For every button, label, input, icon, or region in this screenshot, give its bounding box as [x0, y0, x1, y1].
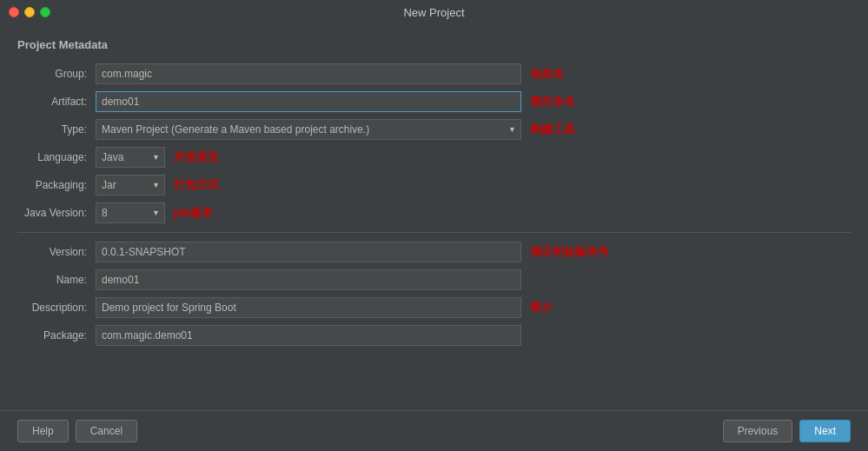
group-input[interactable] [96, 63, 521, 84]
group-annotation: 包命名 [530, 66, 564, 82]
content-area: Project Metadata Group: 包命名 Artifact: 项目… [0, 24, 868, 410]
package-label: Package: [17, 329, 96, 342]
description-annotation: 简介 [530, 300, 553, 315]
artifact-annotation: 项目命名 [530, 94, 575, 109]
section-title: Project Metadata [17, 38, 851, 51]
java-version-row: Java Version: 8 11 17 ▼ jdk版本 [17, 202, 851, 223]
java-version-label: Java Version: [17, 207, 96, 219]
dialog: Project Metadata Group: 包命名 Artifact: 项目… [0, 24, 868, 451]
type-annotation: 构建工具 [530, 122, 575, 137]
footer-right: Previous Next [723, 420, 851, 442]
footer-left: Help Cancel [17, 420, 137, 442]
artifact-label: Artifact: [17, 96, 96, 108]
package-input[interactable] [96, 325, 521, 346]
language-row: Language: Java Kotlin Groovy ▼ 开发语言 [17, 147, 851, 168]
java-version-select-wrapper: 8 11 17 ▼ [96, 202, 165, 223]
type-select[interactable]: Maven Project (Generate a Maven based pr… [96, 119, 521, 140]
version-label: Version: [17, 246, 96, 258]
version-annotation: 项目初始版本号 [530, 244, 609, 260]
traffic-lights [9, 7, 50, 17]
maximize-button[interactable] [40, 7, 50, 17]
language-label: Language: [17, 151, 96, 163]
help-button[interactable]: Help [17, 420, 69, 442]
description-row: Description: 简介 [17, 297, 851, 318]
type-row: Type: Maven Project (Generate a Maven ba… [17, 119, 851, 140]
next-button[interactable]: Next [799, 420, 851, 442]
group-row: Group: 包命名 [17, 63, 851, 84]
language-select[interactable]: Java Kotlin Groovy [96, 147, 165, 168]
previous-button[interactable]: Previous [723, 420, 793, 442]
artifact-row: Artifact: 项目命名 [17, 91, 851, 112]
name-row: Name: [17, 269, 851, 290]
close-button[interactable] [9, 7, 19, 17]
java-version-select[interactable]: 8 11 17 [96, 202, 165, 223]
cancel-button[interactable]: Cancel [76, 420, 137, 442]
group-label: Group: [17, 68, 96, 80]
language-annotation: 开发语言 [174, 149, 219, 165]
minimize-button[interactable] [24, 7, 35, 17]
version-input[interactable] [96, 242, 521, 262]
version-row: Version: 项目初始版本号 [17, 242, 851, 262]
package-row: Package: [17, 325, 851, 346]
footer: Help Cancel Previous Next [0, 410, 868, 451]
packaging-label: Packaging: [17, 179, 96, 191]
language-select-wrapper: Java Kotlin Groovy ▼ [96, 147, 165, 168]
separator [17, 232, 851, 233]
packaging-annotation: 打包方式 [174, 177, 219, 193]
artifact-input[interactable] [96, 91, 521, 112]
title-bar: New Project [0, 0, 868, 24]
name-label: Name: [17, 274, 96, 286]
type-select-wrapper: Maven Project (Generate a Maven based pr… [96, 119, 521, 140]
packaging-select-wrapper: Jar War ▼ [96, 175, 165, 196]
description-input[interactable] [96, 297, 521, 318]
java-version-annotation: jdk版本 [174, 205, 213, 221]
window-title: New Project [403, 6, 464, 19]
name-input[interactable] [96, 269, 521, 290]
packaging-row: Packaging: Jar War ▼ 打包方式 [17, 175, 851, 196]
description-label: Description: [17, 302, 96, 314]
packaging-select[interactable]: Jar War [96, 175, 165, 196]
type-label: Type: [17, 123, 96, 136]
